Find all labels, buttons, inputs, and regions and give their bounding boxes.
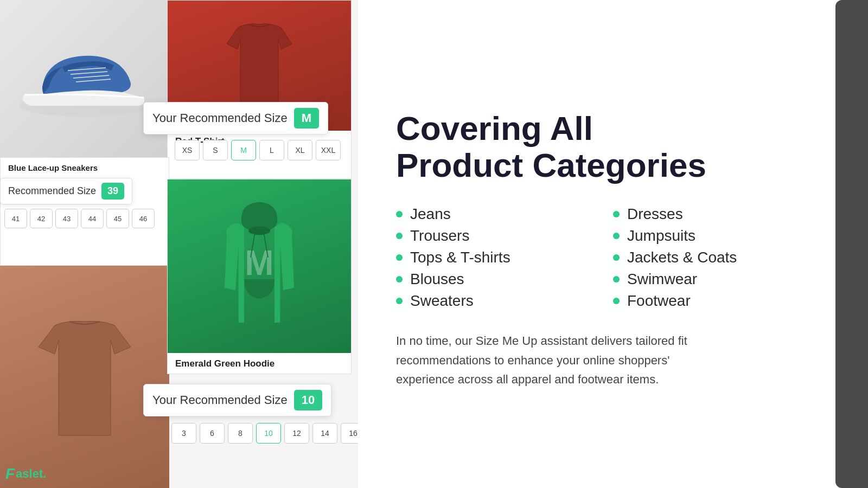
heading-line2: Product Categories: [396, 146, 706, 184]
rec-label-hoodie: Your Recommended Size: [152, 393, 288, 407]
category-trousers: Trousers: [396, 227, 613, 245]
category-jumpsuits: Jumpsuits: [613, 227, 830, 245]
tshirt-svg: [221, 22, 297, 109]
brown-tshirt-card: [0, 266, 169, 488]
category-label-blouses: Blouses: [410, 271, 464, 288]
bullet-trousers: [396, 233, 403, 239]
size-46[interactable]: 46: [132, 209, 155, 228]
rec-badge-hoodie: Your Recommended Size 10: [143, 384, 331, 416]
category-jackets: Jackets & Coats: [613, 249, 830, 266]
category-jeans: Jeans: [396, 206, 613, 223]
size-xs[interactable]: XS: [175, 140, 200, 160]
size-xl[interactable]: XL: [288, 140, 312, 160]
bullet-blouses: [396, 276, 403, 282]
size-44[interactable]: 44: [81, 209, 104, 228]
category-label-sweaters: Sweaters: [410, 292, 474, 310]
hoodie-title: Emerald Green Hoodie: [168, 353, 351, 371]
category-footwear: Footwear: [613, 292, 830, 310]
bullet-jumpsuits: [613, 233, 620, 239]
shoe-area: [0, 0, 168, 157]
faslet-f-letter: F: [5, 465, 15, 483]
category-tops: Tops & T-shirts: [396, 249, 613, 266]
size-row-hoodie: 3 6 8 10 12 14 16: [167, 423, 358, 444]
rec-label-sneaker: Recommended Size: [8, 185, 96, 197]
rec-size-tshirt: M: [294, 108, 319, 129]
category-label-tops: Tops & T-shirts: [410, 249, 510, 266]
category-label-jeans: Jeans: [410, 206, 451, 223]
category-sweaters: Sweaters: [396, 292, 613, 310]
svg-text:M: M: [245, 243, 273, 282]
size-row-sneaker: 41 42 43 44 45 46: [0, 209, 159, 228]
bullet-tops: [396, 254, 403, 261]
hoodie-image: M: [168, 179, 351, 353]
size-43[interactable]: 43: [55, 209, 78, 228]
size-s[interactable]: S: [203, 140, 228, 160]
rec-badge-tshirt: Your Recommended Size M: [143, 102, 328, 134]
bullet-dresses: [613, 211, 620, 217]
size-16[interactable]: 16: [341, 423, 358, 444]
size-6[interactable]: 6: [200, 423, 225, 444]
size-8[interactable]: 8: [228, 423, 253, 444]
right-panel: Covering All Product Categories Jeans Tr…: [358, 0, 868, 488]
size-l[interactable]: L: [259, 140, 284, 160]
rec-size-sneaker: 39: [101, 183, 124, 200]
size-row-tshirt: XS S M L XL XXL: [167, 140, 348, 160]
size-42[interactable]: 42: [30, 209, 53, 228]
category-blouses: Blouses: [396, 271, 613, 288]
faslet-name: aslet.: [16, 467, 46, 481]
category-label-trousers: Trousers: [410, 227, 469, 245]
svg-point-5: [248, 226, 270, 235]
size-10[interactable]: 10: [256, 423, 281, 444]
category-label-footwear: Footwear: [627, 292, 691, 310]
size-14[interactable]: 14: [312, 423, 337, 444]
category-swimwear: Swimwear: [613, 271, 830, 288]
category-label-jackets: Jackets & Coats: [627, 249, 737, 266]
sneaker-title: Blue Lace-up Sneakers: [1, 158, 169, 175]
category-label-jumpsuits: Jumpsuits: [627, 227, 695, 245]
size-3[interactable]: 3: [171, 423, 196, 444]
bullet-swimwear: [613, 276, 620, 282]
brown-tshirt-svg: [30, 317, 139, 436]
main-heading: Covering All Product Categories: [396, 110, 830, 184]
categories-grid: Jeans Trousers Tops & T-shirts Blouses S…: [396, 206, 830, 310]
heading-line1: Covering All: [396, 110, 593, 147]
size-12[interactable]: 12: [284, 423, 309, 444]
rec-size-hoodie: 10: [294, 390, 322, 410]
categories-left-col: Jeans Trousers Tops & T-shirts Blouses S…: [396, 206, 613, 310]
bullet-sweaters: [396, 298, 403, 304]
left-panel: Red T-Shirt Your Recommended Size M XS S…: [0, 0, 358, 488]
bullet-jackets: [613, 254, 620, 261]
rec-label-tshirt: Your Recommended Size: [152, 111, 288, 125]
size-41[interactable]: 41: [4, 209, 27, 228]
bullet-footwear: [613, 298, 620, 304]
bullet-jeans: [396, 211, 403, 217]
category-label-dresses: Dresses: [627, 206, 683, 223]
size-m[interactable]: M: [231, 140, 256, 160]
categories-right-col: Dresses Jumpsuits Jackets & Coats Swimwe…: [613, 206, 830, 310]
faslet-logo: F aslet.: [5, 465, 46, 483]
hoodie-card: M Emerald Green Hoodie: [167, 179, 352, 374]
dark-side-panel: [835, 0, 868, 488]
size-xxl[interactable]: XXL: [316, 140, 341, 160]
rec-badge-sneaker: Recommended Size 39: [0, 178, 132, 204]
shoe-image: [14, 35, 155, 122]
size-45[interactable]: 45: [106, 209, 129, 228]
category-label-swimwear: Swimwear: [627, 271, 697, 288]
description-text: In no time, our Size Me Up assistant del…: [396, 331, 711, 389]
category-dresses: Dresses: [613, 206, 830, 223]
hoodie-svg: M: [216, 190, 303, 342]
